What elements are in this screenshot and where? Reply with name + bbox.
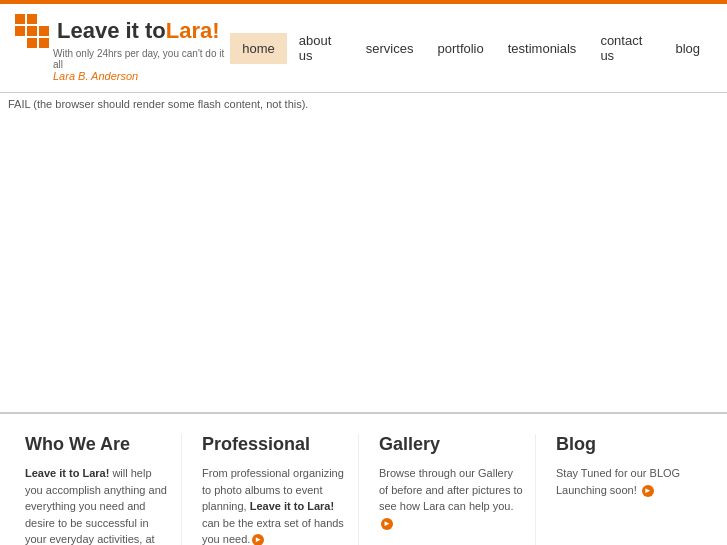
footer-col-professional: Professional From professional organizin… bbox=[192, 434, 359, 545]
footer-col-gallery: Gallery Browse through our Gallery of be… bbox=[369, 434, 536, 545]
gallery-arrow[interactable]: ► bbox=[381, 518, 393, 530]
blog-text: Stay Tuned for our BLOG Launching soon! … bbox=[556, 465, 702, 498]
nav-home[interactable]: home bbox=[230, 33, 287, 64]
footer-columns: Who We Are Leave it to Lara! will help y… bbox=[0, 413, 727, 545]
footer-col-who-we-are: Who We Are Leave it to Lara! will help y… bbox=[15, 434, 182, 545]
flash-area: FAIL (the browser should render some fla… bbox=[0, 93, 727, 413]
professional-text: From professional organizing to photo al… bbox=[202, 465, 348, 545]
logo-tagline: With only 24hrs per day, you can't do it… bbox=[53, 48, 230, 70]
blog-heading: Blog bbox=[556, 434, 702, 455]
logo-lara: Lara! bbox=[166, 18, 220, 44]
flash-fail-message: FAIL (the browser should render some fla… bbox=[8, 98, 719, 110]
logo-title: Leave it to Lara! bbox=[15, 14, 230, 48]
professional-arrow[interactable]: ► bbox=[252, 534, 264, 545]
nav-portfolio[interactable]: portfolio bbox=[425, 33, 495, 64]
logo-leave: Leave it to bbox=[57, 18, 166, 44]
logo-name: Lara B. Anderson bbox=[53, 70, 230, 82]
logo-area: Leave it to Lara! With only 24hrs per da… bbox=[15, 14, 230, 82]
gallery-text: Browse through our Gallery of before and… bbox=[379, 465, 525, 531]
blog-arrow[interactable]: ► bbox=[642, 485, 654, 497]
who-we-are-heading: Who We Are bbox=[25, 434, 171, 455]
nav-blog[interactable]: blog bbox=[663, 33, 712, 64]
who-we-are-text: Leave it to Lara! will help you accompli… bbox=[25, 465, 171, 545]
nav-contact[interactable]: contact us bbox=[588, 25, 663, 71]
nav-testimonials[interactable]: testimonials bbox=[496, 33, 589, 64]
nav-services[interactable]: services bbox=[354, 33, 426, 64]
nav-about[interactable]: about us bbox=[287, 25, 354, 71]
footer-col-blog: Blog Stay Tuned for our BLOG Launching s… bbox=[546, 434, 712, 545]
header: Leave it to Lara! With only 24hrs per da… bbox=[0, 4, 727, 93]
main-nav: home about us services portfolio testimo… bbox=[230, 25, 712, 71]
logo-grid-icon bbox=[15, 14, 49, 48]
professional-heading: Professional bbox=[202, 434, 348, 455]
gallery-heading: Gallery bbox=[379, 434, 525, 455]
